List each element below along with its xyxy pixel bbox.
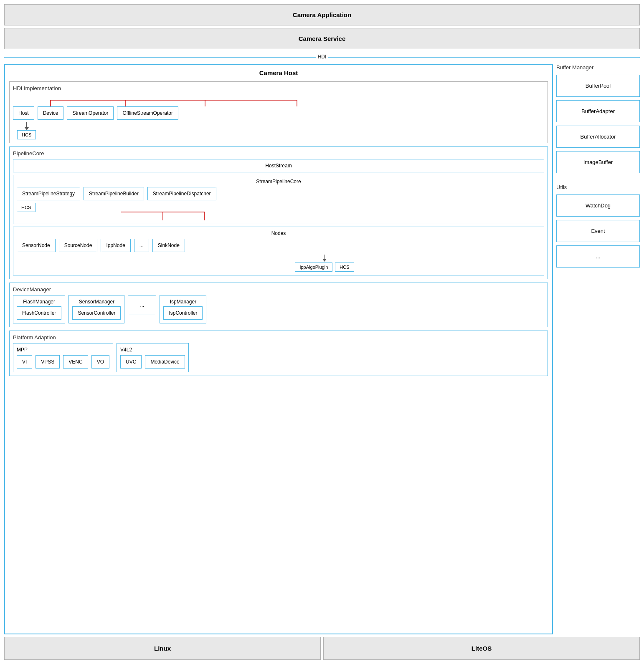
sink-node-box: SinkNode [152,239,185,252]
liteos-box: LiteOS [323,637,640,660]
v4l2-components: UVC MediaDevice [120,355,185,369]
hdi-connector-svg [13,94,347,106]
platform-adaption-components: MPP VI VPSS VENC VO V4L2 UVC Med [13,343,544,372]
camera-application-box: Camera Application [4,4,640,25]
hcs-small-box-2: HCS [17,203,35,212]
vi-box: VI [17,355,32,369]
isp-manager-label: IspManager [163,299,203,305]
linux-box: Linux [4,637,321,660]
venc-box: VENC [63,355,88,369]
camera-host-title: Camera Host [9,69,548,76]
host-stream-box: HostStream [13,159,544,172]
image-buffer-box: ImageBuffer [556,151,640,173]
sensor-manager-label: SensorManager [72,299,121,305]
stream-pipeline-core-section: StreamPipelineCore StreamPipelineStrateg… [13,175,544,224]
stream-pipeline-core-label: StreamPipelineCore [17,179,540,184]
buffer-allocator-box: BufferAllocator [556,126,640,148]
stream-pipeline-builder-box: StreamPipelineBuilder [84,187,144,200]
pipeline-core-section: PipelineCore HostStream StreamPipelineCo… [9,146,548,279]
buffer-manager-label: Buffer Manager [556,64,640,71]
flash-controller-box: FlashController [17,306,61,320]
stream-operator-box: StreamOperator [67,106,114,120]
device-manager-label: DeviceManager [13,286,544,293]
camera-service-box: Camera Service [4,28,640,49]
stream-pipeline-dispatcher-box: StreamPipelineDispatcher [147,187,216,200]
offline-stream-operator-box: OfflineStreamOperator [117,106,178,120]
stream-pipeline-core-components: StreamPipelineStrategy StreamPipelineBui… [17,187,540,200]
isp-manager-inner: IspManager IspController [160,295,206,323]
bottom-row: Linux LiteOS [4,637,640,660]
ipp-arrow-head [322,259,327,262]
watchdog-box: WatchDog [556,194,640,217]
uvc-box: UVC [120,355,142,369]
buffer-pool-box: BufferPool [556,75,640,97]
camera-host-main: Camera Host HDI Implementation [4,64,553,634]
hdi-implementation-label: HDI Implementation [13,85,544,91]
camera-host-section: Camera Host HDI Implementation [4,64,640,634]
sensor-controller-box: SensorController [72,306,121,320]
device-manager-ellipsis-label: ... [132,299,152,311]
v4l2-section: V4L2 UVC MediaDevice [117,343,189,372]
ipp-node-box: IppNode [101,239,130,252]
nodes-section: Nodes SensorNode SourceNode IppNode ... … [13,227,544,275]
flash-manager-inner: FlashManager FlashController [13,295,65,323]
hcs-small-box-1: HCS [17,130,36,139]
source-node-box: SourceNode [59,239,98,252]
hdi-label: HDI [316,54,328,60]
device-manager-components: FlashManager FlashController SensorManag… [13,295,544,323]
mpp-section: MPP VI VPSS VENC VO [13,343,113,372]
device-manager-section: DeviceManager FlashManager FlashControll… [9,283,548,327]
hdi-impl-arrow-head [25,127,29,130]
hdi-impl-arrow [26,122,27,127]
flash-manager-label: FlashManager [17,299,61,305]
hcs-small-box-3: HCS [335,263,354,272]
media-device-box: MediaDevice [145,355,185,369]
hdi-label-row: HDI [4,52,640,62]
ipp-algo-plugin-box: IppAlgoPlugin [295,263,332,272]
pipeline-core-label: PipelineCore [13,150,544,157]
camera-host-sidebar: Buffer Manager BufferPool BufferAdapter … [556,64,640,634]
nodes-label: Nodes [17,230,540,236]
sensor-manager-inner: SensorManager SensorController [68,295,124,323]
host-box: Host [13,106,34,120]
vpss-box: VPSS [35,355,60,369]
device-manager-ellipsis-inner: ... [128,295,156,315]
stream-pipeline-strategy-box: StreamPipelineStrategy [17,187,80,200]
pipeline-connector-svg [17,212,267,220]
platform-adaption-section: Platform Adaption MPP VI VPSS VENC VO [9,331,548,376]
event-box: Event [556,220,640,242]
isp-controller-box: IspController [163,306,203,320]
vo-box: VO [91,355,109,369]
utils-ellipsis-box: ... [556,245,640,268]
mpp-components: VI VPSS VENC VO [17,355,109,369]
ipp-arrow-line [325,255,325,259]
platform-adaption-label: Platform Adaption [13,334,544,341]
device-box: Device [38,106,64,120]
utils-label: Utils [556,184,640,190]
hdi-impl-components: Host Device StreamOperator OfflineStream… [13,106,544,120]
sensor-node-box: SensorNode [17,239,56,252]
nodes-components: SensorNode SourceNode IppNode ... SinkNo… [17,239,540,252]
mpp-label: MPP [17,347,109,353]
v4l2-label: V4L2 [120,347,185,353]
nodes-ellipsis-box: ... [134,239,149,252]
hdi-implementation-section: HDI Implementation Host Device [9,81,548,143]
buffer-adapter-box: BufferAdapter [556,100,640,122]
